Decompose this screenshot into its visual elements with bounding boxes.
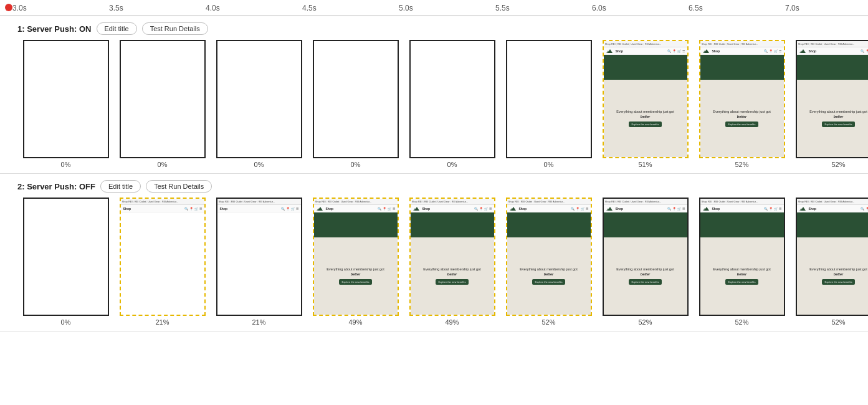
mini-tab-bar: Shop REI|REI Outlet|Used Gear|REI Advent… — [411, 199, 494, 205]
mini-nav-bar: Shop 🔍 📍 🛒 ☰ — [604, 205, 687, 212]
frame-cell: 0% — [307, 40, 404, 168]
frame-thumbnail[interactable]: Shop REI|REI Outlet|Used Gear|REI Advent… — [506, 198, 592, 316]
frame-thumbnail[interactable]: Shop REI|REI Outlet|Used Gear|REI Advent… — [216, 198, 302, 316]
mini-tab: Shop REI — [798, 200, 809, 203]
test-1-details-button[interactable]: Test Run Details — [142, 22, 208, 35]
frame-wrapper[interactable]: Shop REI|REI Outlet|Used Gear|REI Advent… — [312, 198, 400, 316]
mini-cta-button[interactable]: Explore the new benefits — [629, 279, 662, 285]
mini-logo — [606, 204, 614, 213]
search-icon: 🔍 — [571, 207, 575, 211]
frame-cell: Shop REI|REI Outlet|Used Gear|REI Advent… — [114, 198, 211, 326]
time-label-7.0s: 7.0s — [785, 4, 868, 12]
mini-shop-label: Shop — [809, 49, 817, 53]
mini-shop-label: Shop — [220, 207, 228, 211]
frame-wrapper[interactable]: Shop REI|REI Outlet|Used Gear|REI Advent… — [698, 198, 786, 316]
frame-wrapper[interactable]: Shop REI|REI Outlet|Used Gear|REI Advent… — [698, 40, 786, 158]
mini-tab: Shop REI — [798, 42, 809, 45]
mini-membership-text: Everything about membership just gotbett… — [809, 110, 867, 118]
mini-nav-bar: Shop 🔍 📍 🛒 ☰ — [700, 47, 784, 55]
frame-thumbnail[interactable]: Shop REI|REI Outlet|Used Gear|REI Advent… — [313, 198, 399, 316]
mini-tab-bar: Shop REI|REI Outlet|Used Gear|REI Advent… — [507, 199, 591, 205]
frame-wrapper[interactable]: Shop REI|REI Outlet|Used Gear|REI Advent… — [601, 40, 690, 158]
mini-tab: REI Adventur... — [259, 200, 275, 203]
frame-percent-label: 49% — [445, 318, 459, 326]
mini-cta-button[interactable]: Explore the new benefits — [725, 279, 759, 285]
mini-content-area: Everything about membership just gotbett… — [314, 237, 398, 315]
frame-wrapper[interactable]: Shop REI|REI Outlet|Used Gear|REI Advent… — [118, 198, 207, 316]
mini-tab: REI Outlet — [618, 200, 629, 203]
mini-membership-text: Everything about membership just gotbett… — [713, 267, 770, 276]
menu-icon: ☰ — [779, 207, 781, 211]
frame-wrapper[interactable] — [22, 198, 110, 316]
menu-icon: ☰ — [489, 207, 492, 211]
frame-thumbnail[interactable] — [216, 40, 302, 158]
mini-cta-button[interactable]: Explore the new benefits — [822, 279, 856, 285]
location-icon: 📍 — [672, 207, 676, 211]
mini-nav-bar: Shop 🔍 📍 🛒 ☰ — [411, 205, 494, 212]
mini-tab: REI Adventur... — [645, 42, 662, 45]
frame-percent-label: 52% — [638, 318, 652, 326]
frame-wrapper[interactable]: Shop REI|REI Outlet|Used Gear|REI Advent… — [215, 198, 303, 316]
menu-icon: ☰ — [682, 207, 685, 211]
mini-content-area: Everything about membership just gotbett… — [604, 237, 687, 315]
mini-cta-button[interactable]: Explore the new benefits — [339, 279, 373, 285]
mini-cta-button[interactable]: Explore the new benefits — [725, 122, 759, 127]
frame-thumbnail[interactable]: Shop REI|REI Outlet|Used Gear|REI Advent… — [796, 40, 869, 158]
frame-percent-label: 51% — [638, 161, 652, 168]
mini-cta-button[interactable]: Explore the new benefits — [532, 279, 566, 285]
mini-tab-bar: Shop REI|REI Outlet|Used Gear|REI Advent… — [217, 199, 301, 205]
test-2-title: 2: Server Push: OFF — [17, 182, 95, 191]
frame-thumbnail[interactable]: Shop REI|REI Outlet|Used Gear|REI Advent… — [796, 198, 869, 316]
frame-thumbnail[interactable]: Shop REI|REI Outlet|Used Gear|REI Advent… — [699, 40, 785, 158]
frame-cell: Shop REI|REI Outlet|Used Gear|REI Advent… — [597, 198, 694, 326]
frame-thumbnail[interactable] — [120, 40, 206, 158]
test-2-details-button[interactable]: Test Run Details — [146, 180, 212, 193]
mini-cta-button[interactable]: Explore the new benefits — [822, 122, 856, 127]
mini-logo — [799, 204, 807, 213]
frame-percent-label: 52% — [735, 161, 748, 168]
frame-wrapper[interactable] — [505, 40, 593, 158]
frame-wrapper[interactable] — [215, 40, 303, 158]
frame-thumbnail[interactable]: Shop REI|REI Outlet|Used Gear|REI Advent… — [603, 198, 689, 316]
frame-wrapper[interactable] — [312, 40, 400, 158]
frame-cell: 0% — [17, 198, 114, 326]
mini-tab-bar: Shop REI|REI Outlet|Used Gear|REI Advent… — [121, 199, 204, 205]
frame-thumbnail[interactable]: Shop REI|REI Outlet|Used Gear|REI Advent… — [120, 198, 206, 316]
search-icon: 🔍 — [667, 207, 671, 211]
search-icon: 🔍 — [667, 49, 671, 53]
frame-thumbnail[interactable] — [506, 40, 592, 158]
frame-thumbnail[interactable]: Shop REI|REI Outlet|Used Gear|REI Advent… — [409, 198, 495, 316]
frame-wrapper[interactable]: Shop REI|REI Outlet|Used Gear|REI Advent… — [794, 40, 869, 158]
mini-membership-text: Everything about membership just gotbett… — [423, 267, 480, 276]
search-icon: 🔍 — [281, 207, 285, 211]
mini-tab: REI Adventur... — [838, 200, 855, 203]
menu-icon: ☰ — [779, 49, 781, 53]
frame-wrapper[interactable] — [408, 40, 497, 158]
test-2-edit-button[interactable]: Edit title — [100, 180, 141, 193]
test-2-header: 2: Server Push: OFF Edit title Test Run … — [17, 180, 868, 193]
mini-hero-banner — [700, 55, 784, 80]
frame-thumbnail[interactable] — [409, 40, 495, 158]
test-1-edit-button[interactable]: Edit title — [97, 22, 137, 35]
frame-wrapper[interactable]: Shop REI|REI Outlet|Used Gear|REI Advent… — [601, 198, 690, 316]
frame-thumbnail[interactable]: Shop REI|REI Outlet|Used Gear|REI Advent… — [603, 40, 689, 158]
mini-tab: Used Gear — [824, 200, 836, 203]
red-dot-indicator — [5, 4, 12, 11]
time-label-4.0s: 4.0s — [206, 4, 302, 12]
frame-wrapper[interactable] — [22, 40, 110, 158]
frame-thumbnail[interactable]: Shop REI|REI Outlet|Used Gear|REI Advent… — [699, 198, 785, 316]
frame-thumbnail[interactable] — [23, 198, 109, 316]
frame-wrapper[interactable]: Shop REI|REI Outlet|Used Gear|REI Advent… — [794, 198, 869, 316]
mini-cta-button[interactable]: Explore the new benefits — [629, 122, 662, 127]
frame-wrapper[interactable] — [118, 40, 207, 158]
frame-wrapper[interactable]: Shop REI|REI Outlet|Used Gear|REI Advent… — [408, 198, 497, 316]
mini-cta-button[interactable]: Explore the new benefits — [436, 279, 469, 285]
mini-tab: Shop REI — [605, 42, 616, 45]
frame-thumbnail[interactable] — [313, 40, 399, 158]
mini-hero-banner — [797, 212, 869, 237]
location-icon: 📍 — [866, 49, 869, 53]
mini-tab: Used Gear — [631, 42, 642, 45]
frame-thumbnail[interactable] — [23, 40, 109, 158]
frame-wrapper[interactable]: Shop REI|REI Outlet|Used Gear|REI Advent… — [505, 198, 593, 316]
cart-icon: 🛒 — [774, 49, 778, 53]
